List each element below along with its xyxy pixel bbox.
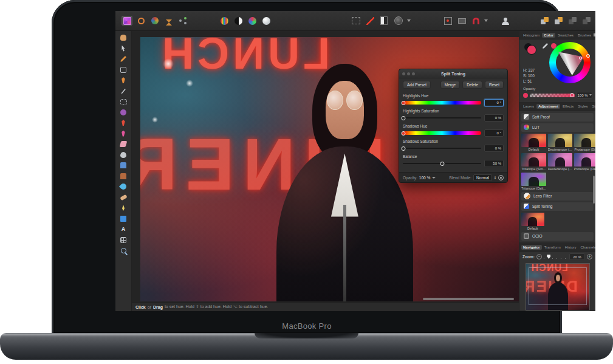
horizontal-scrollbar[interactable] (423, 298, 514, 300)
opacity-caret-icon[interactable] (432, 177, 436, 179)
smudge-tool[interactable] (119, 193, 128, 202)
clone-brush-tool[interactable] (119, 172, 128, 180)
colour-tab-color[interactable]: Color (542, 33, 555, 38)
navigator-tab-navigator[interactable]: Navigator (521, 245, 542, 250)
pixel-alignment-button[interactable] (442, 16, 453, 26)
colour-tab-brushes[interactable]: Brushes (576, 33, 593, 38)
flood-select-tool[interactable] (119, 87, 128, 95)
canvas-area[interactable]: LUNCH DINER (132, 31, 519, 311)
view-tool[interactable] (119, 33, 128, 42)
paint-brush-tool[interactable] (119, 118, 128, 127)
hue-selector-dot[interactable] (586, 54, 590, 58)
delete-button[interactable]: Delete (462, 81, 482, 89)
slider-thumb[interactable] (402, 116, 406, 120)
merge-button[interactable]: Merge (440, 81, 460, 89)
add-preset-button[interactable]: Add Preset (403, 81, 431, 89)
colour-panel-menu-icon[interactable] (594, 33, 595, 36)
slider-value-input[interactable]: 50 % (484, 160, 504, 167)
lut-preset[interactable]: Protanope (Da... (574, 153, 595, 171)
eraser-tool[interactable] (119, 140, 128, 148)
auto-levels-button[interactable] (219, 16, 230, 26)
dialog-titlebar[interactable]: Split Toning (399, 69, 507, 78)
colour-tab-swatches[interactable]: Swatches (556, 33, 575, 38)
auto-white-balance-button[interactable] (261, 16, 272, 26)
colour-replacement-brush-tool[interactable] (119, 129, 128, 138)
gradient-tool[interactable] (119, 108, 128, 117)
move-to-back-button[interactable] (581, 16, 592, 26)
zoom-value[interactable]: 20 % (569, 253, 585, 260)
quick-mask-button[interactable] (378, 16, 389, 26)
adjustment-item-soft-proof[interactable]: Soft Proof (521, 113, 594, 122)
adjustment-item-ocio[interactable]: OCIO (521, 232, 594, 241)
lut-preset[interactable]: Tritanope (Sim... (521, 153, 546, 171)
crop-tool[interactable] (119, 66, 128, 74)
photo-persona-button[interactable] (122, 16, 132, 26)
burn-brush-tool[interactable] (119, 161, 128, 170)
sharpen-tool[interactable] (119, 204, 128, 212)
zoom-in-button[interactable]: + (587, 254, 592, 259)
lut-preset[interactable]: Tritanope (Dalt... (521, 173, 546, 190)
opacity-slider[interactable] (530, 94, 575, 97)
zoom-slider[interactable] (544, 255, 567, 259)
opacity-value[interactable]: 100 % (419, 176, 430, 180)
auto-colour-button[interactable] (247, 16, 258, 26)
mesh-warp-tool[interactable] (119, 236, 128, 244)
liquify-persona-button[interactable] (135, 16, 146, 26)
navigator-tab-history[interactable]: History (563, 245, 578, 250)
opacity-slider-thumb[interactable] (570, 93, 574, 97)
slider-value-input[interactable]: 0 % (484, 145, 504, 152)
lut-preset[interactable]: Default (521, 134, 546, 151)
export-persona-button[interactable] (177, 16, 188, 26)
adjustment-tab-stock[interactable]: Stock (591, 104, 595, 109)
gear-icon[interactable] (498, 175, 504, 180)
assistant-button[interactable] (504, 16, 507, 26)
eyedropper-icon[interactable] (543, 43, 548, 49)
move-forward-button[interactable] (553, 16, 564, 26)
adjustment-tab-layers[interactable]: Layers (521, 104, 536, 109)
adjustment-tab-adjustment[interactable]: Adjustment (536, 104, 560, 109)
selection-brush-tool[interactable] (119, 76, 128, 84)
colour-picker-tool[interactable] (119, 55, 128, 63)
move-backward-button[interactable] (567, 16, 578, 26)
panel-scrollbar[interactable] (593, 176, 595, 204)
slider-value-input[interactable]: 0 ° (484, 129, 504, 137)
navigator-tab-channels[interactable]: Channels (578, 245, 595, 250)
zoom-tool[interactable] (119, 246, 128, 255)
navigator-tab-transform[interactable]: Transform (543, 245, 563, 250)
whole-pixel-move-button[interactable] (456, 16, 467, 26)
text-tool[interactable]: A (119, 225, 128, 233)
primary-colour-swatch[interactable] (527, 46, 536, 54)
shadows-hue-slider[interactable] (403, 131, 481, 136)
slider-thumb[interactable] (402, 101, 406, 105)
adjustment-tab-effects[interactable]: Effects (561, 104, 575, 109)
slider-value-input[interactable]: 0 % (484, 114, 504, 122)
opacity-value-select[interactable]: 100 % (577, 92, 592, 98)
shape-tool[interactable] (119, 215, 128, 223)
tone-mapping-persona-button[interactable] (163, 16, 174, 26)
colour-tab-histogram[interactable]: Histogram (521, 33, 541, 38)
slider-thumb[interactable] (440, 162, 444, 166)
navigator-thumbnail[interactable]: LUNCH DINER (526, 263, 590, 311)
move-to-front-button[interactable] (539, 16, 550, 26)
blend-mode-select[interactable]: Normal (473, 174, 492, 181)
move-tool[interactable] (119, 44, 128, 53)
snapping-caret-icon[interactable] (484, 19, 488, 22)
saturation-selector-dot[interactable] (579, 57, 582, 60)
lut-preset[interactable]: Protanope (Si... (574, 134, 595, 151)
navigator-viewport[interactable] (529, 267, 587, 305)
slider-value-input[interactable]: 0 ° (484, 99, 504, 106)
slider-thumb[interactable] (402, 146, 406, 151)
zoom-out-button[interactable]: − (536, 254, 542, 259)
blend-mode-stepper[interactable]: ▲▼ (494, 176, 496, 180)
deselect-button[interactable] (365, 16, 375, 26)
auto-contrast-button[interactable] (233, 16, 244, 26)
highlights-saturation-slider[interactable] (403, 115, 481, 120)
lut-preset[interactable]: Deuteranope (... (548, 134, 572, 151)
slider-thumb[interactable] (402, 131, 406, 136)
blur-tool[interactable] (119, 182, 128, 191)
adjustment-item-split-toning[interactable]: Split Toning (521, 202, 594, 211)
develop-persona-button[interactable] (149, 16, 160, 26)
marquee-tool[interactable] (119, 97, 128, 106)
shadows-saturation-slider[interactable] (403, 146, 481, 151)
adjustment-item-lens-filter[interactable]: Lens Filter (521, 192, 594, 201)
